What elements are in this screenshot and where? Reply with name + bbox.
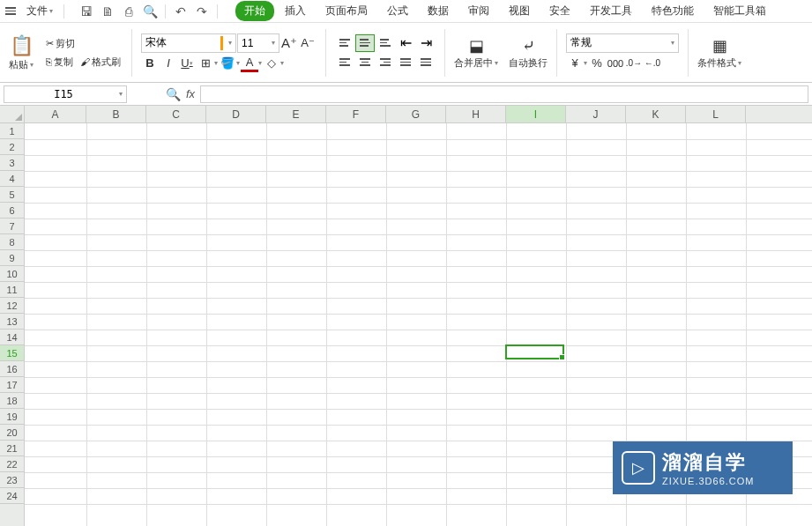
align-left-button[interactable] bbox=[335, 54, 354, 71]
select-all-corner[interactable] bbox=[0, 106, 25, 123]
tab-formulas[interactable]: 公式 bbox=[378, 1, 417, 21]
number-format-select[interactable]: 常规 ▾ bbox=[566, 33, 679, 53]
row-header-7[interactable]: 7 bbox=[0, 219, 24, 234]
col-header-K[interactable]: K bbox=[626, 106, 686, 122]
row-header-11[interactable]: 11 bbox=[0, 282, 24, 298]
row-header-1[interactable]: 1 bbox=[0, 123, 24, 139]
row-header-24[interactable]: 24 bbox=[0, 488, 24, 504]
save-icon[interactable]: 🖫 bbox=[78, 4, 94, 19]
row-header-14[interactable]: 14 bbox=[0, 330, 24, 345]
tab-data[interactable]: 数据 bbox=[419, 1, 458, 21]
col-header-H[interactable]: H bbox=[446, 106, 506, 122]
menu-left: 文件 ▾ 🖫 🗎 ⎙ 🔍 ↶ ↷ 开始 插入 页面布局 公式 数据 审阅 视图 … bbox=[4, 1, 775, 21]
row-header-20[interactable]: 20 bbox=[0, 425, 24, 441]
row-header-15[interactable]: 15 bbox=[0, 345, 24, 361]
row-header-3[interactable]: 3 bbox=[0, 155, 24, 171]
row-header-19[interactable]: 19 bbox=[0, 409, 24, 425]
row-header-23[interactable]: 23 bbox=[0, 472, 24, 488]
row-header-17[interactable]: 17 bbox=[0, 377, 24, 393]
underline-button[interactable]: U▾ bbox=[178, 55, 196, 72]
file-menu[interactable]: 文件 ▾ bbox=[23, 2, 56, 20]
row-header-2[interactable]: 2 bbox=[0, 139, 24, 155]
col-header-G[interactable]: G bbox=[386, 106, 446, 122]
currency-button[interactable]: ¥▾ bbox=[566, 55, 587, 72]
row-header-6[interactable]: 6 bbox=[0, 203, 24, 219]
font-size-select[interactable]: 11 ▾ bbox=[237, 33, 279, 53]
redo-icon[interactable]: ↷ bbox=[194, 4, 210, 19]
name-box[interactable]: I15 ▾ bbox=[4, 85, 127, 103]
percent-button[interactable]: % bbox=[588, 55, 606, 72]
italic-button[interactable]: I bbox=[160, 55, 177, 72]
decrease-indent-button[interactable]: ⇤ bbox=[396, 34, 415, 52]
row-header-10[interactable]: 10 bbox=[0, 266, 24, 282]
comma-button[interactable]: 000 bbox=[607, 55, 624, 72]
row-header-22[interactable]: 22 bbox=[0, 456, 24, 472]
formula-input[interactable] bbox=[200, 85, 808, 103]
col-header-F[interactable]: F bbox=[326, 106, 386, 122]
wrap-text-button[interactable]: ⤶ 自动换行 bbox=[505, 34, 551, 71]
save-as-icon[interactable]: 🗎 bbox=[100, 4, 115, 19]
align-center-button[interactable] bbox=[355, 54, 375, 71]
tab-smart-tools[interactable]: 智能工具箱 bbox=[704, 1, 775, 21]
bold-button[interactable]: B bbox=[141, 55, 159, 72]
increase-font-button[interactable]: A⁺ bbox=[280, 34, 298, 52]
col-header-B[interactable]: B bbox=[86, 106, 146, 122]
col-header-D[interactable]: D bbox=[206, 106, 266, 122]
tab-review[interactable]: 审阅 bbox=[459, 1, 498, 21]
fill-color-button[interactable]: 🪣▾ bbox=[219, 55, 240, 72]
eraser-icon: ◇ bbox=[263, 55, 280, 72]
row-header-4[interactable]: 4 bbox=[0, 171, 24, 187]
format-painter-button[interactable]: 🖌格式刷 bbox=[78, 54, 123, 70]
fx-search-icon[interactable]: 🔍 bbox=[166, 87, 181, 101]
distribute-button[interactable] bbox=[416, 54, 436, 71]
justify-button[interactable] bbox=[396, 54, 415, 71]
decrease-decimal-button[interactable]: ←.0 bbox=[644, 55, 661, 72]
tab-page-layout[interactable]: 页面布局 bbox=[317, 1, 376, 21]
cut-button[interactable]: ✂剪切 bbox=[44, 35, 77, 52]
row-header-18[interactable]: 18 bbox=[0, 393, 24, 409]
increase-indent-button[interactable]: ⇥ bbox=[416, 34, 436, 52]
conditional-format-button[interactable]: ▦ 条件格式▾ bbox=[694, 34, 745, 71]
tab-developer[interactable]: 开发工具 bbox=[581, 1, 641, 21]
border-button[interactable]: ⊞▾ bbox=[197, 55, 218, 72]
row-header-21[interactable]: 21 bbox=[0, 441, 24, 456]
col-header-J[interactable]: J bbox=[566, 106, 626, 122]
tab-special[interactable]: 特色功能 bbox=[643, 1, 703, 21]
tab-home[interactable]: 开始 bbox=[235, 1, 274, 21]
undo-icon[interactable]: ↶ bbox=[173, 4, 189, 19]
font-name-value: 宋体 bbox=[145, 35, 167, 50]
row-header-13[interactable]: 13 bbox=[0, 314, 24, 330]
row-header-9[interactable]: 9 bbox=[0, 250, 24, 266]
separator bbox=[63, 4, 64, 19]
row-header-5[interactable]: 5 bbox=[0, 187, 24, 203]
align-bottom-button[interactable] bbox=[376, 34, 395, 52]
align-top-button[interactable] bbox=[335, 34, 354, 52]
col-header-L[interactable]: L bbox=[686, 106, 746, 122]
tab-security[interactable]: 安全 bbox=[540, 1, 579, 21]
font-name-select[interactable]: 宋体 ▾ bbox=[141, 33, 236, 53]
col-header-C[interactable]: C bbox=[146, 106, 206, 122]
paste-button[interactable]: 📋 粘贴▾ bbox=[5, 33, 37, 73]
row-header-12[interactable]: 12 bbox=[0, 298, 24, 314]
print-icon[interactable]: ⎙ bbox=[121, 4, 137, 19]
merge-center-button[interactable]: ⬓ 合并居中▾ bbox=[451, 34, 502, 71]
tab-insert[interactable]: 插入 bbox=[276, 1, 315, 21]
col-header-A[interactable]: A bbox=[25, 106, 86, 122]
row-header-16[interactable]: 16 bbox=[0, 361, 24, 377]
font-color-button[interactable]: A▾ bbox=[241, 55, 262, 72]
align-middle-button[interactable] bbox=[355, 34, 375, 52]
tab-view[interactable]: 视图 bbox=[500, 1, 539, 21]
row-header-8[interactable]: 8 bbox=[0, 234, 24, 250]
align-right-button[interactable] bbox=[376, 54, 395, 71]
increase-decimal-button[interactable]: .0→ bbox=[625, 55, 643, 72]
print-preview-icon[interactable]: 🔍 bbox=[142, 4, 158, 19]
hamburger-icon[interactable] bbox=[4, 7, 18, 15]
fx-label[interactable]: fx bbox=[186, 87, 195, 100]
clear-format-button[interactable]: ◇▾ bbox=[263, 55, 284, 72]
col-header-E[interactable]: E bbox=[266, 106, 326, 122]
copy-button[interactable]: ⎘复制 bbox=[44, 54, 75, 70]
orange-indicator bbox=[220, 36, 223, 50]
col-header-I[interactable]: I bbox=[506, 106, 566, 122]
decrease-font-button[interactable]: A⁻ bbox=[299, 34, 317, 52]
copy-label: 复制 bbox=[54, 56, 73, 69]
